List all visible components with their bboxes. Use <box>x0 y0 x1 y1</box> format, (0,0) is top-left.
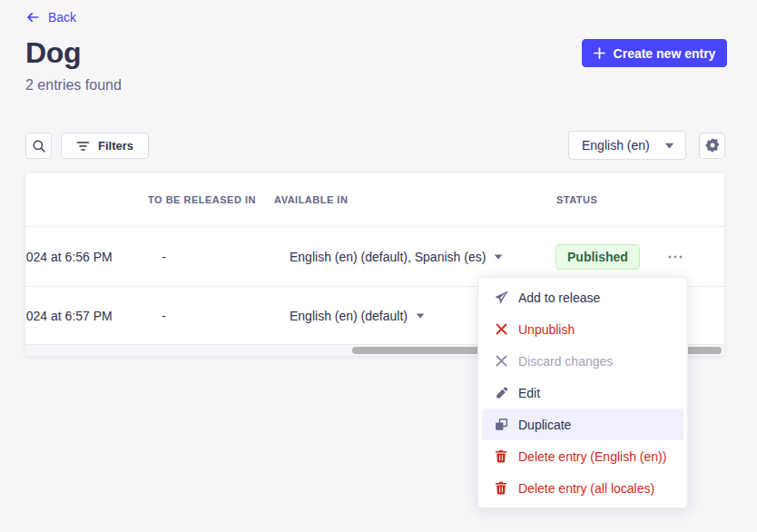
entries-count: 2 entries found <box>25 77 122 94</box>
available-in-value: English (en) (default), Spanish (es) <box>290 250 486 264</box>
plus-icon <box>594 47 605 59</box>
trash-icon <box>494 449 508 464</box>
column-header-available-in: AVAILABLE IN <box>274 194 348 205</box>
row-actions-button[interactable] <box>663 244 688 270</box>
caret-down-icon <box>664 143 674 149</box>
menu-item-label: Duplicate <box>518 418 571 432</box>
row-actions-menu: Add to release Unpublish Discard changes… <box>477 277 688 508</box>
menu-item-label: Delete entry (all locales) <box>518 481 654 496</box>
available-in-dropdown[interactable]: English (en) (default), Spanish (es) <box>290 250 503 264</box>
cross-icon <box>494 322 508 337</box>
column-header-status: STATUS <box>556 194 597 205</box>
toolbar-left: Filters <box>25 133 149 159</box>
page-title: Dog <box>25 36 81 70</box>
menu-item-label: Edit <box>518 386 540 400</box>
search-button[interactable] <box>25 133 52 159</box>
caret-down-icon <box>416 313 425 319</box>
back-link[interactable]: Back <box>25 10 76 25</box>
locale-select[interactable]: English (en) <box>568 131 686 160</box>
menu-item-duplicate[interactable]: Duplicate <box>482 409 683 440</box>
menu-item-label: Unpublish <box>518 322 575 337</box>
table-header-row: TO BE RELEASED IN AVAILABLE IN STATUS <box>25 173 724 226</box>
send-icon <box>494 291 508 305</box>
more-actions-icon <box>668 255 683 259</box>
to-be-released-cell: - <box>162 250 166 264</box>
menu-item-add-to-release[interactable]: Add to release <box>482 281 683 313</box>
create-new-entry-label: Create new entry <box>614 46 716 61</box>
menu-item-unpublish[interactable]: Unpublish <box>482 313 683 345</box>
settings-button[interactable] <box>699 133 725 159</box>
menu-item-label: Add to release <box>518 291 600 305</box>
filter-icon <box>76 141 90 152</box>
create-new-entry-button[interactable]: Create new entry <box>582 39 727 67</box>
duplicate-icon <box>494 418 508 432</box>
search-icon <box>32 139 46 153</box>
menu-item-discard-changes[interactable]: Discard changes <box>482 345 683 377</box>
menu-item-label: Discard changes <box>518 354 613 369</box>
menu-item-delete-entry-locale[interactable]: Delete entry (English (en)) <box>482 440 683 472</box>
available-in-value: English (en) (default) <box>290 309 408 323</box>
arrow-left-icon <box>25 10 40 25</box>
caret-down-icon <box>494 254 503 260</box>
menu-item-edit[interactable]: Edit <box>482 377 683 409</box>
updated-date-cell: 2024 at 6:57 PM <box>25 309 152 323</box>
pencil-icon <box>494 386 508 400</box>
cross-icon <box>494 354 508 369</box>
filters-button[interactable]: Filters <box>61 133 149 159</box>
filters-label: Filters <box>98 139 133 153</box>
status-cell: Published <box>555 244 640 270</box>
trash-icon <box>494 481 508 496</box>
menu-item-label: Delete entry (English (en)) <box>518 449 666 464</box>
menu-item-delete-entry-all-locales[interactable]: Delete entry (all locales) <box>482 472 683 504</box>
toolbar-right: English (en) <box>568 131 725 160</box>
locale-select-value: English (en) <box>582 138 650 153</box>
gear-icon <box>705 138 720 153</box>
column-header-to-be-released-in: TO BE RELEASED IN <box>148 194 256 205</box>
status-badge: Published <box>555 244 640 270</box>
to-be-released-cell: - <box>162 309 166 323</box>
available-in-dropdown[interactable]: English (en) (default) <box>290 309 425 323</box>
back-label: Back <box>48 10 76 25</box>
updated-date-cell: 2024 at 6:56 PM <box>25 250 152 264</box>
